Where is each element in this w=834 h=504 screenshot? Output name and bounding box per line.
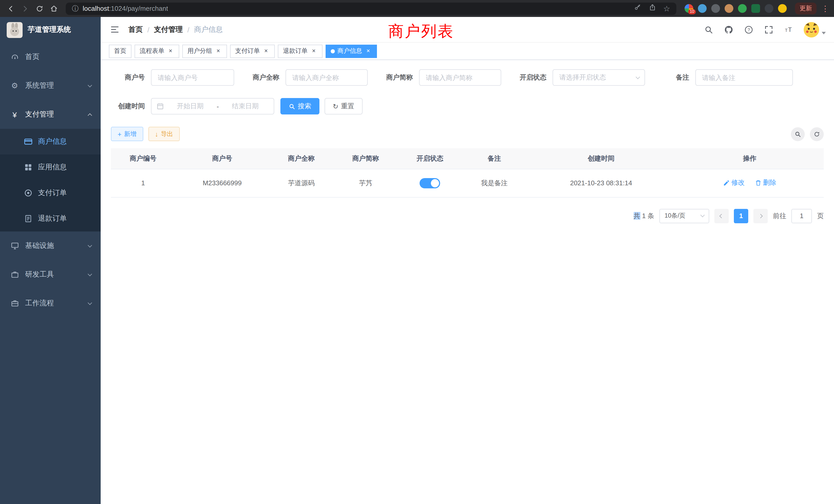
- grid-icon: [24, 163, 32, 172]
- breadcrumb-current: 商户信息: [194, 25, 223, 34]
- short-name-input[interactable]: [419, 69, 501, 86]
- tab-process-form[interactable]: 流程表单×: [135, 44, 179, 58]
- tab-merchant-info[interactable]: 商户信息×: [326, 44, 377, 58]
- extension-icon[interactable]: [725, 4, 733, 13]
- full-name-input[interactable]: [286, 69, 368, 86]
- help-icon[interactable]: ?: [744, 24, 754, 35]
- date-range-picker[interactable]: 开始日期 - 结束日期: [151, 98, 274, 114]
- omnibox-actions: ☆: [634, 4, 670, 13]
- active-dot: [331, 49, 335, 53]
- edit-link[interactable]: 修改: [723, 178, 745, 188]
- chevron-down-icon: [701, 213, 705, 217]
- toggle-search-button[interactable]: [791, 127, 805, 141]
- search-button[interactable]: 搜索: [280, 98, 320, 114]
- document-icon: [24, 214, 32, 223]
- breadcrumb-payment[interactable]: 支付管理: [154, 25, 183, 34]
- reset-button[interactable]: ↻ 重置: [325, 98, 363, 114]
- reload-icon[interactable]: [33, 2, 46, 15]
- next-page-button[interactable]: [753, 209, 768, 223]
- forward-icon[interactable]: [19, 2, 32, 15]
- download-icon: ↓: [155, 131, 158, 137]
- breadcrumb-home[interactable]: 首页: [128, 25, 143, 34]
- date-end-placeholder: 结束日期: [222, 101, 269, 111]
- page-1-button[interactable]: 1: [734, 209, 748, 223]
- address-bar[interactable]: ⓘ localhost:1024/pay/merchant ☆: [66, 2, 676, 15]
- extension-icon[interactable]: [698, 4, 707, 13]
- sidebar-item-infrastructure[interactable]: 基础设施: [0, 231, 101, 260]
- github-icon[interactable]: [724, 24, 734, 35]
- chevron-down-icon: [88, 272, 92, 276]
- filter-row-1: 商户号 商户全称 商户简称 开启状态 请选择开启状态: [111, 69, 824, 86]
- col-status: 开启状态: [398, 148, 462, 169]
- home-icon[interactable]: [47, 2, 61, 15]
- site-info-icon[interactable]: ⓘ: [72, 4, 79, 13]
- app-logo[interactable]: 芋道管理系统: [0, 17, 101, 43]
- add-button[interactable]: + 新增: [111, 127, 143, 141]
- sidebar-item-merchant-info[interactable]: 商户信息: [0, 129, 101, 155]
- cell-actions: 修改 删除: [676, 169, 824, 197]
- back-icon[interactable]: [4, 2, 18, 15]
- user-avatar[interactable]: [804, 22, 826, 37]
- goto-page-input[interactable]: [791, 209, 812, 223]
- pagination: 共 1 条 10条/页 1 前往 页: [111, 209, 824, 223]
- sidebar-item-system[interactable]: ⚙ 系统管理: [0, 71, 101, 100]
- search-icon: [289, 103, 295, 110]
- sidebar-item-pay-order[interactable]: 支付订单: [0, 180, 101, 206]
- refresh-icon: ↻: [333, 103, 338, 110]
- sidebar-item-home[interactable]: 首页: [0, 43, 101, 71]
- extensions-group: 10: [684, 4, 787, 13]
- fullscreen-icon[interactable]: [764, 24, 774, 35]
- chevron-down-icon: [636, 75, 640, 79]
- goto-suffix: 页: [817, 211, 824, 221]
- tab-user-group[interactable]: 用户分组×: [182, 44, 227, 58]
- export-button[interactable]: ↓ 导出: [148, 127, 180, 141]
- close-icon[interactable]: ×: [167, 47, 174, 55]
- prev-page-button[interactable]: [714, 209, 729, 223]
- tab-pay-order[interactable]: 支付订单×: [230, 44, 275, 58]
- browser-update-button[interactable]: 更新: [795, 3, 816, 14]
- target-icon: [24, 189, 32, 197]
- close-icon[interactable]: ×: [262, 47, 270, 55]
- extension-icon[interactable]: 10: [684, 4, 693, 13]
- gear-icon: ⚙: [10, 81, 19, 90]
- tab-home[interactable]: 首页: [109, 44, 131, 58]
- password-key-icon[interactable]: [634, 4, 641, 13]
- hamburger-icon[interactable]: [109, 24, 120, 35]
- share-icon[interactable]: [649, 4, 656, 13]
- url-text: localhost:1024/pay/merchant: [83, 5, 168, 12]
- page-content: 商户号 商户全称 商户简称 开启状态 请选择开启状态: [101, 60, 834, 223]
- remark-input[interactable]: [695, 69, 793, 86]
- sidebar-item-payment[interactable]: ¥ 支付管理: [0, 100, 101, 129]
- sidebar-item-workflow[interactable]: 工作流程: [0, 289, 101, 318]
- extension-icon[interactable]: [738, 4, 747, 13]
- search-icon[interactable]: [704, 24, 714, 35]
- tab-refund-order[interactable]: 退款订单×: [278, 44, 323, 58]
- close-icon[interactable]: ×: [365, 47, 372, 55]
- cell-full-name: 芋道源码: [269, 169, 333, 197]
- close-icon[interactable]: ×: [310, 47, 317, 55]
- delete-link[interactable]: 删除: [755, 178, 776, 188]
- chevron-down-icon: [88, 243, 92, 247]
- chevron-down-icon: [88, 83, 92, 87]
- extension-icon[interactable]: [751, 4, 760, 13]
- date-start-placeholder: 开始日期: [167, 101, 214, 111]
- extension-icon[interactable]: [778, 4, 787, 13]
- sidebar-item-refund-order[interactable]: 退款订单: [0, 206, 101, 231]
- tags-view: 首页 流程表单× 用户分组× 支付订单× 退款订单× 商户信息×: [101, 43, 834, 60]
- merchant-no-input[interactable]: [151, 69, 234, 86]
- bookmark-star-icon[interactable]: ☆: [663, 5, 670, 12]
- sidebar-item-app-info[interactable]: 应用信息: [0, 155, 101, 180]
- browser-toolbar: ⓘ localhost:1024/pay/merchant ☆ 10 更新: [0, 0, 834, 17]
- sidebar-item-devtools[interactable]: 研发工具: [0, 260, 101, 289]
- browser-menu-icon[interactable]: ⋮: [821, 4, 830, 13]
- status-select[interactable]: 请选择开启状态: [553, 69, 645, 86]
- extension-icon[interactable]: [765, 4, 773, 13]
- close-icon[interactable]: ×: [215, 47, 222, 55]
- search-icon: [794, 131, 801, 137]
- font-size-icon[interactable]: TT: [784, 24, 794, 35]
- page-size-select[interactable]: 10条/页: [659, 209, 709, 223]
- refresh-table-button[interactable]: [810, 127, 824, 141]
- extension-icon[interactable]: [711, 4, 720, 13]
- sidebar: 芋道管理系统 首页 ⚙ 系统管理 ¥ 支付管理: [0, 17, 101, 504]
- status-toggle[interactable]: [420, 178, 440, 188]
